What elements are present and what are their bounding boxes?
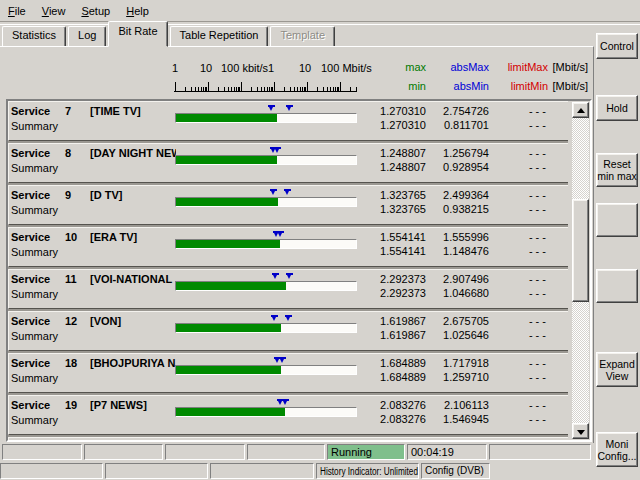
status-history-indicator: History Indicator: Unlimited (316, 463, 419, 479)
abs-min-marker-icon (268, 105, 275, 112)
service-name: [TIME TV] (90, 105, 176, 117)
application-window: File View Setup Help Statistics Log Bit … (0, 0, 640, 480)
absmax-value: 1.256794 (434, 147, 489, 159)
col-header-unit-bottom: [Mbit/s] (498, 80, 588, 92)
moni-config-button[interactable]: Moni Config... (596, 432, 638, 467)
service-row[interactable]: Service 20 [RAFTAAR TV] Summary 1.705986… (8, 437, 568, 440)
reset-min-max-button[interactable]: Reset min max (596, 153, 638, 187)
service-number: 12 (65, 315, 77, 327)
blank-button-1[interactable] (596, 203, 638, 237)
down-arrow-icon (577, 430, 585, 435)
menu-item-view[interactable]: View (34, 3, 74, 19)
status-elapsed-time: 00:04:19 (407, 444, 487, 460)
status2-cell-empty-1 (0, 463, 103, 479)
menu-item-file[interactable]: File (0, 3, 34, 19)
hold-button[interactable]: Hold (596, 95, 638, 121)
bitrate-bar-track (175, 155, 357, 165)
limitmax-value: - - - (494, 357, 546, 369)
menu-bar: File View Setup Help (0, 0, 640, 21)
status-config-label: Config (DVB) (421, 463, 490, 479)
abs-max-marker-icon (282, 399, 289, 406)
menu-item-setup[interactable]: Setup (73, 3, 118, 19)
absmax-value: 2.754726 (434, 105, 489, 117)
service-name: [DAY NIGHT NEW (90, 147, 176, 159)
status-cell-empty-2 (84, 444, 163, 460)
limitmax-value: - - - (494, 105, 546, 117)
service-summary-label: Summary (11, 330, 58, 342)
service-row[interactable]: Service 11 [VOI-NATIONAL Summary 2.29237… (8, 269, 568, 309)
bitrate-bar-fill (176, 408, 285, 416)
bitrate-bar-fill (176, 366, 281, 374)
status-cell-empty-1 (2, 444, 82, 460)
status-cell-empty-4 (247, 444, 325, 460)
control-button[interactable]: Control (596, 33, 638, 59)
max-value: 1.619867 (349, 315, 426, 327)
status2-cell-empty-3 (210, 463, 314, 479)
service-label: Service (11, 357, 50, 369)
min-value: 1.554141 (349, 245, 426, 257)
service-row[interactable]: Service 8 [DAY NIGHT NEW Summary 1.24880… (8, 143, 568, 183)
bitrate-bar-fill (176, 282, 286, 290)
service-label: Service (11, 189, 50, 201)
bitrate-bar-track (175, 407, 357, 417)
tab-table-repetition[interactable]: Table Repetition (170, 26, 269, 47)
bitrate-bar-fill (176, 114, 277, 122)
service-row[interactable]: Service 12 [VON] Summary 1.619867 2.6757… (8, 311, 568, 351)
service-name: [P7 NEWS] (90, 399, 176, 411)
abs-max-marker-icon (285, 315, 292, 322)
absmax-value: 2.106113 (434, 399, 489, 411)
absmax-value: 2.907496 (434, 273, 489, 285)
service-number: 8 (65, 147, 71, 159)
service-number: 10 (65, 231, 77, 243)
limitmax-value: - - - (494, 315, 546, 327)
scale-label-100kbit: 100 kbit/s (221, 62, 268, 74)
max-value: 1.248807 (349, 147, 426, 159)
scrollbar-down-button[interactable] (572, 423, 589, 439)
limitmin-value: - - - (494, 329, 546, 341)
abs-max-marker-icon (286, 105, 293, 112)
service-summary-label: Summary (11, 120, 58, 132)
col-header-unit-top: [Mbit/s] (498, 61, 588, 73)
service-number: 7 (65, 105, 71, 117)
limitmax-value: - - - (494, 273, 546, 285)
expand-view-button[interactable]: Expand View (596, 352, 638, 387)
service-row[interactable]: Service 9 [D TV] Summary 1.323765 2.4993… (8, 185, 568, 225)
service-row[interactable]: Service 10 [ERA TV] Summary 1.554141 1.5… (8, 227, 568, 267)
max-value: 1.684889 (349, 357, 426, 369)
scale-label-1mbit: 1 (268, 62, 274, 74)
menu-item-help[interactable]: Help (118, 3, 157, 19)
abs-max-marker-icon (279, 357, 286, 364)
bitrate-table-panel: Service 7 [TIME TV] Summary 1.270310 2.7… (6, 99, 592, 442)
absmin-value: 0.811701 (434, 119, 489, 131)
blank-button-2[interactable] (596, 269, 638, 303)
service-row[interactable]: Service 18 [BHOJPURIYA N Summary 1.68488… (8, 353, 568, 393)
tab-log[interactable]: Log (68, 26, 106, 47)
limitmax-value: - - - (494, 147, 546, 159)
service-summary-label: Summary (11, 204, 58, 216)
scrollbar-up-button[interactable] (572, 102, 589, 118)
absmax-value: 1.555996 (434, 231, 489, 243)
service-row[interactable]: Service 7 [TIME TV] Summary 1.270310 2.7… (8, 101, 568, 141)
min-value: 1.270310 (349, 119, 426, 131)
tab-bit-rate[interactable]: Bit Rate (108, 21, 167, 47)
max-value: 1.270310 (349, 105, 426, 117)
bitrate-bar-fill (176, 156, 277, 164)
vertical-scrollbar[interactable] (572, 102, 589, 439)
limitmin-value: - - - (494, 245, 546, 257)
status-running-indicator: Running (327, 444, 405, 460)
scrollbar-thumb[interactable] (572, 199, 589, 302)
tab-bar: Statistics Log Bit Rate Table Repetition… (2, 24, 337, 47)
tab-statistics[interactable]: Statistics (2, 26, 66, 47)
bitrate-bar-track (175, 239, 357, 249)
service-name: [ERA TV] (90, 231, 176, 243)
service-number: 9 (65, 189, 71, 201)
service-row[interactable]: Service 19 [P7 NEWS] Summary 2.083276 2.… (8, 395, 568, 435)
service-label: Service (11, 105, 50, 117)
absmin-value: 0.928954 (434, 161, 489, 173)
bitrate-bar-track (175, 197, 357, 207)
bitrate-bar-track (175, 365, 357, 375)
limitmax-value: - - - (494, 399, 546, 411)
status-cell-empty-3 (165, 444, 245, 460)
abs-min-marker-icon (270, 189, 277, 196)
absmin-value: 1.259710 (434, 371, 489, 383)
